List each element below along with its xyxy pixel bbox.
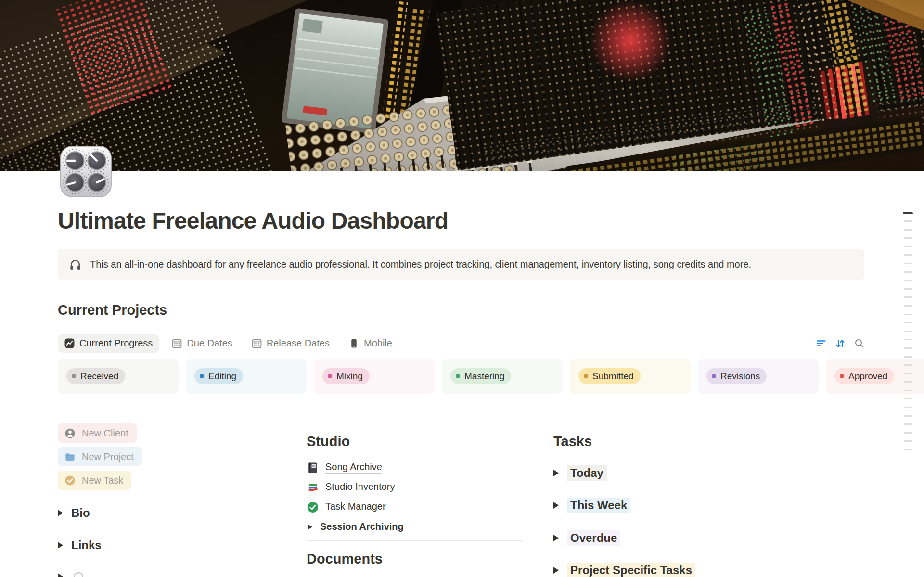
status-badge[interactable]: Mixing (322, 368, 370, 384)
intro-callout: This an all-in-one dashboard for any fre… (58, 249, 864, 280)
outline-dash (904, 432, 912, 434)
toggle-triangle-icon (58, 542, 63, 549)
tab-label: Due Dates (187, 338, 232, 349)
toggle-label: Today (567, 465, 607, 481)
status-dot (712, 374, 716, 378)
tab-due-dates[interactable]: Due Dates (165, 334, 239, 353)
status-label: Received (80, 371, 118, 382)
outline-dash (904, 288, 912, 290)
outline-dash (904, 398, 912, 399)
outline-rail[interactable] (903, 212, 913, 458)
tab-current-progress[interactable]: Current Progress (58, 334, 159, 353)
mobile-view-icon (349, 338, 359, 348)
body-columns: New Client New Project New Task Bio (58, 423, 864, 577)
headphones-icon (69, 258, 82, 271)
outline-dash (904, 356, 912, 358)
status-dot (584, 374, 588, 378)
outline-dash (904, 423, 912, 425)
calendar-view-icon (252, 338, 262, 348)
tasks-heading: Tasks (553, 433, 864, 450)
outline-dash (904, 440, 912, 442)
toggle-triangle-icon (58, 573, 63, 577)
toggle-partial-headphones[interactable] (58, 568, 279, 577)
outline-dash (904, 390, 912, 391)
view-toolbar (817, 339, 864, 348)
new-client-button[interactable]: New Client (58, 423, 137, 443)
toggle-bio[interactable]: Bio (58, 505, 279, 521)
outline-dash (904, 246, 912, 247)
status-badge[interactable]: Submitted (578, 368, 641, 384)
tasks-column: Tasks Today This Week Overdue Project Sp… (553, 423, 864, 577)
mixing-console-photo (0, 0, 924, 171)
toggle-overdue[interactable]: Overdue (553, 530, 864, 546)
page-link-task-manager[interactable]: Task Manager (307, 497, 523, 517)
toggle-label: Overdue (567, 530, 620, 546)
outline-dash (904, 229, 912, 231)
outline-dash (904, 237, 912, 239)
toggle-today[interactable]: Today (553, 465, 864, 481)
sort-icon[interactable] (835, 339, 845, 348)
toggle-label: This Week (567, 498, 630, 513)
status-label: Editing (208, 371, 236, 382)
check-mark-icon (307, 501, 319, 513)
button-label: New Client (82, 428, 128, 439)
page-link-label: Task Manager (325, 501, 386, 513)
outline-dash (904, 381, 912, 383)
outline-dash (904, 331, 912, 332)
status-dot (456, 374, 460, 378)
new-project-button[interactable]: New Project (58, 447, 142, 466)
toggle-triangle-icon (553, 470, 559, 476)
outline-dash (904, 415, 912, 417)
toggle-triangle-icon (58, 510, 63, 516)
tab-release-dates[interactable]: Release Dates (245, 334, 336, 353)
status-label: Mastering (464, 371, 504, 382)
page-link-song-archive[interactable]: Song Archive (307, 458, 523, 477)
status-badge[interactable]: Revisions (706, 368, 767, 384)
calendar-view-icon (172, 338, 182, 348)
status-dot (72, 374, 76, 378)
board-column-mastering: Mastering (442, 359, 563, 394)
outline-dash (904, 449, 912, 450)
divider (307, 540, 523, 541)
tab-label: Release Dates (267, 338, 330, 349)
notebook-icon (307, 462, 319, 474)
outline-dash (904, 347, 912, 349)
documents-heading: Documents (307, 551, 523, 567)
outline-dash (904, 339, 912, 340)
toggle-triangle-icon (308, 524, 312, 530)
toggle-session-archiving[interactable]: Session Archiving (307, 517, 523, 537)
new-task-button[interactable]: New Task (58, 471, 131, 490)
folder-icon (64, 451, 76, 462)
toggle-links[interactable]: Links (58, 537, 279, 553)
outline-current-dash (903, 212, 913, 214)
toggle-this-week[interactable]: This Week (553, 497, 864, 513)
status-badge[interactable]: Editing (194, 368, 243, 384)
toggle-triangle-icon (553, 567, 559, 574)
headphones-icon (71, 569, 86, 577)
status-dot (328, 374, 332, 378)
status-label: Submitted (592, 371, 634, 382)
status-badge[interactable]: Approved (834, 368, 894, 384)
page-title: Ultimate Freelance Audio Dashboard (58, 207, 864, 235)
toggle-project-specific-tasks[interactable]: Project Specific Tasks (553, 562, 864, 577)
tab-label: Current Progress (79, 338, 153, 349)
person-icon (64, 428, 76, 439)
divider (58, 328, 864, 328)
left-column: New Client New Project New Task Bio (58, 423, 279, 577)
tab-mobile[interactable]: Mobile (342, 334, 399, 353)
status-dot (840, 374, 844, 378)
board-column-submitted: Submitted (570, 359, 691, 394)
status-badge[interactable]: Received (66, 368, 125, 384)
page-link-label: Song Archive (325, 462, 382, 474)
page-icon[interactable] (59, 144, 113, 199)
filter-icon[interactable] (817, 340, 826, 347)
chart-view-icon (64, 338, 75, 348)
toggle-triangle-icon (553, 502, 559, 509)
search-icon[interactable] (855, 339, 864, 348)
outline-dash (904, 314, 912, 315)
page-link-studio-inventory[interactable]: Studio Inventory (307, 477, 523, 497)
toggle-triangle-icon (553, 535, 559, 541)
toggle-label: Session Archiving (320, 521, 404, 532)
status-board: Received Editing Mixing Mastering Su (58, 359, 924, 394)
status-badge[interactable]: Mastering (450, 368, 511, 384)
